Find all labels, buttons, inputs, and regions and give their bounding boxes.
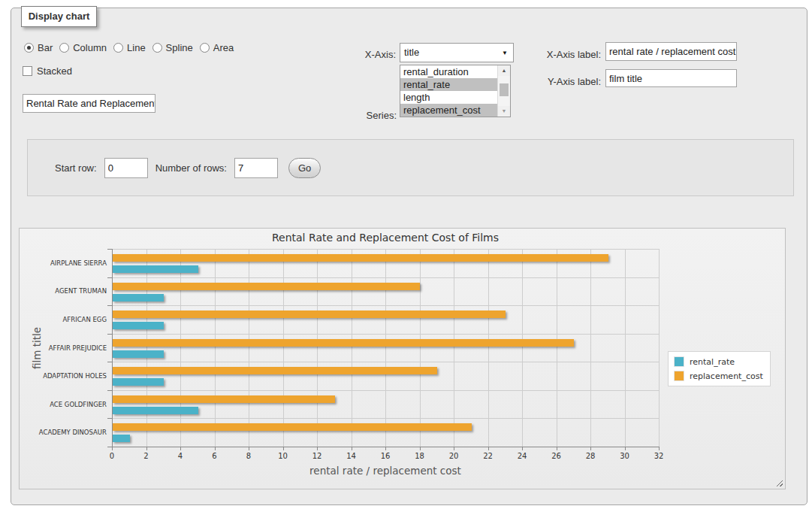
bar-replacement_cost[interactable] (113, 395, 335, 403)
x-tick-label: 22 (473, 452, 503, 460)
x-tick-label: 30 (610, 452, 640, 460)
x-tick-label: 0 (97, 452, 127, 460)
category-label: AGENT TRUMAN (20, 287, 111, 295)
legend-swatch-icon (674, 371, 684, 381)
scroll-down-icon[interactable]: ▼ (498, 106, 510, 117)
bar-rental_rate[interactable] (113, 322, 164, 329)
legend-label: rental_rate (690, 357, 735, 367)
go-button[interactable]: Go (288, 158, 321, 178)
bar-rental_rate[interactable] (113, 378, 164, 386)
series-option-replacement_cost[interactable]: replacement_cost (400, 104, 498, 117)
radio-icon[interactable] (152, 43, 162, 53)
num-rows-input[interactable] (234, 158, 278, 178)
gridline-horizontal (112, 334, 659, 335)
chart-type-label: Bar (38, 42, 53, 53)
series-options: rental_durationrental_ratelengthreplacem… (400, 65, 498, 117)
radio-icon[interactable] (113, 43, 123, 53)
bar-replacement_cost[interactable] (113, 283, 420, 290)
gridline-horizontal (112, 390, 659, 391)
start-row-input[interactable] (104, 158, 148, 178)
series-scrollbar[interactable]: ▲ ▼ (497, 65, 510, 117)
bar-rental_rate[interactable] (113, 407, 198, 414)
chart-type-bar[interactable]: Bar (24, 42, 53, 53)
resize-grip-icon[interactable] (774, 478, 783, 486)
gridline-horizontal (112, 249, 659, 250)
app-page: Display chart BarColumnLineSplineArea St… (0, 0, 812, 512)
gridline-vertical (283, 249, 284, 447)
x-tick-mark (659, 447, 660, 450)
fieldset-title: Display chart (21, 6, 97, 27)
category-label: ADAPTATION HOLES (20, 372, 111, 380)
chart-type-area[interactable]: Area (200, 42, 234, 53)
gridline-horizontal (112, 305, 659, 306)
bar-replacement_cost[interactable] (113, 339, 574, 347)
bar-rental_rate[interactable] (113, 435, 130, 442)
scrollbar-thumb[interactable] (500, 83, 509, 96)
chart-type-label: Area (213, 42, 234, 53)
chart-legend: rental_ratereplacement_cost (668, 351, 771, 386)
legend-item-rental_rate[interactable]: rental_rate (674, 356, 763, 367)
x-tick-label: 12 (302, 452, 332, 460)
series-option-rental_duration[interactable]: rental_duration (400, 65, 498, 78)
x-axis-select[interactable]: title ▼ (400, 43, 514, 62)
y-axis-line (112, 249, 113, 447)
chart-type-options: BarColumnLineSplineArea (24, 42, 234, 53)
chart-canvas: Rental Rate and Replacement Cost of Film… (19, 228, 786, 489)
chart-title-input[interactable] (23, 94, 155, 113)
radio-icon[interactable] (24, 43, 34, 53)
gridline-vertical (385, 249, 386, 447)
x-tick-label: 24 (507, 452, 537, 460)
gridline-horizontal (112, 362, 659, 362)
x-axis-select-label: X-Axis: (323, 46, 396, 64)
bar-replacement_cost[interactable] (113, 367, 437, 374)
stacked-option[interactable]: Stacked (23, 65, 72, 77)
category-label: AFRICAN EGG (20, 316, 111, 324)
x-axis-line (112, 447, 659, 447)
display-chart-fieldset: Display chart BarColumnLineSplineArea St… (11, 8, 807, 505)
legend-swatch-icon (674, 356, 684, 367)
chart-type-line[interactable]: Line (113, 42, 146, 53)
bar-replacement_cost[interactable] (113, 311, 506, 318)
x-tick-label: 26 (542, 452, 572, 460)
x-tick-label: 10 (268, 452, 298, 460)
x-tick-label: 28 (575, 452, 605, 460)
x-tick-label: 14 (337, 452, 367, 460)
chart-type-label: Spline (166, 42, 193, 53)
bar-rental_rate[interactable] (113, 294, 164, 301)
series-option-length[interactable]: length (400, 91, 498, 104)
chart-type-spline[interactable]: Spline (152, 42, 193, 53)
stacked-checkbox[interactable] (23, 66, 32, 76)
category-label: AFFAIR PREJUDICE (20, 344, 111, 353)
category-label: ACADEMY DINOSAUR (20, 429, 111, 437)
bar-replacement_cost[interactable] (113, 423, 472, 431)
x-axis-label-input[interactable] (605, 42, 737, 61)
y-axis-label-input[interactable] (605, 69, 737, 87)
row-range-panel: Start row: Number of rows: Go (27, 139, 794, 196)
x-tick-label: 32 (644, 452, 674, 460)
gridline-vertical (352, 249, 352, 447)
radio-icon[interactable] (59, 43, 69, 53)
start-row-label: Start row: (55, 162, 97, 174)
x-axis-selected-value: title (404, 47, 419, 58)
series-multiselect[interactable]: rental_durationrental_ratelengthreplacem… (400, 65, 511, 117)
gridline-vertical (522, 249, 523, 447)
radio-icon[interactable] (200, 43, 210, 53)
x-tick-label: 20 (439, 452, 469, 460)
series-option-rental_rate[interactable]: rental_rate (400, 78, 498, 91)
series-label: Series: (346, 107, 397, 125)
bar-replacement_cost[interactable] (113, 254, 608, 262)
bar-rental_rate[interactable] (113, 265, 198, 273)
gridline-vertical (249, 249, 249, 447)
gridline-vertical (625, 249, 626, 447)
gridline-vertical (180, 249, 181, 447)
legend-item-replacement_cost[interactable]: replacement_cost (674, 371, 763, 381)
x-axis-label-label: X-Axis label: (526, 46, 601, 64)
scroll-up-icon[interactable]: ▲ (498, 65, 510, 76)
x-tick-label: 8 (234, 452, 264, 460)
gridline-vertical (488, 249, 489, 447)
x-tick-label: 6 (200, 452, 230, 460)
gridline-horizontal (112, 277, 659, 278)
chart-type-column[interactable]: Column (59, 42, 107, 53)
gridline-vertical (215, 249, 216, 447)
bar-rental_rate[interactable] (113, 350, 164, 358)
